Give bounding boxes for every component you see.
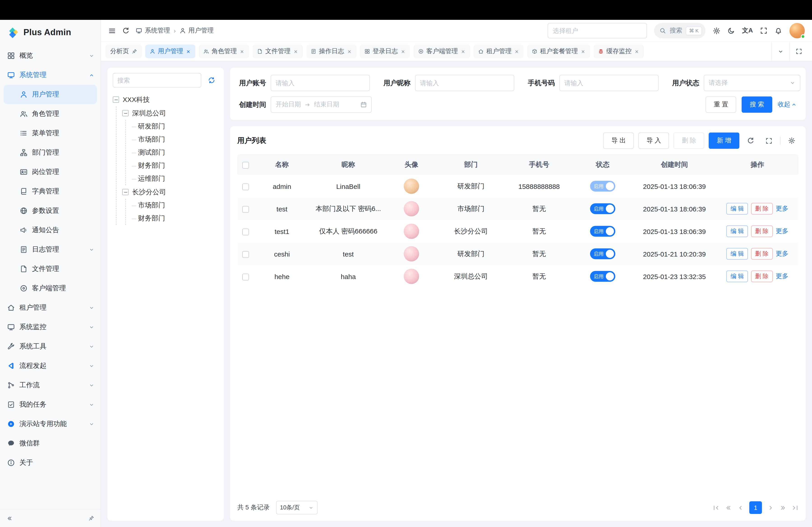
row-checkbox[interactable] bbox=[242, 274, 249, 281]
page-size-select[interactable]: 10条/页 bbox=[276, 501, 317, 514]
tab-op-log[interactable]: 操作日志 bbox=[306, 45, 357, 58]
sidebar-item-notice[interactable]: 通知公告 bbox=[0, 221, 101, 240]
more-button[interactable]: 更多 bbox=[776, 272, 788, 281]
account-input[interactable] bbox=[271, 75, 370, 91]
add-user-button[interactable]: 新 增 bbox=[709, 133, 739, 149]
tab-cache-monitor[interactable]: 缓存监控 bbox=[594, 45, 644, 58]
sidebar-item-user-mgmt[interactable]: 用户管理 bbox=[4, 85, 97, 104]
breadcrumb-user-mgmt[interactable]: 用户管理 bbox=[179, 27, 214, 35]
sidebar-item-client-mgmt[interactable]: 客户端管理 bbox=[0, 278, 101, 298]
tab-file-mgmt[interactable]: 文件管理 bbox=[252, 45, 303, 58]
tab-analysis[interactable]: 分析页 bbox=[105, 45, 142, 58]
close-icon[interactable] bbox=[401, 49, 406, 54]
row-checkbox[interactable] bbox=[242, 206, 249, 213]
close-icon[interactable] bbox=[186, 49, 191, 54]
collapse-filters-link[interactable]: 收起 bbox=[778, 101, 797, 109]
close-icon[interactable] bbox=[514, 49, 519, 54]
edit-button[interactable]: 编 辑 bbox=[726, 225, 748, 237]
close-icon[interactable] bbox=[240, 49, 245, 54]
sidebar-item-file-mgmt[interactable]: 文件管理 bbox=[0, 259, 101, 278]
prev-page-button[interactable] bbox=[737, 504, 744, 511]
tree-node-leaf[interactable]: 财务部门 bbox=[132, 159, 218, 172]
close-icon[interactable] bbox=[347, 49, 352, 54]
status-toggle[interactable]: 启用 bbox=[590, 181, 615, 192]
sidebar-item-param-settings[interactable]: 参数设置 bbox=[0, 201, 101, 221]
next-page-button[interactable] bbox=[767, 504, 774, 511]
table-refresh-button[interactable] bbox=[744, 134, 757, 147]
phone-input[interactable] bbox=[560, 75, 658, 91]
sidebar-item-workflow[interactable]: 工作流 bbox=[0, 376, 101, 395]
column-settings-button[interactable] bbox=[785, 134, 798, 147]
collapse-toggle-icon[interactable] bbox=[113, 96, 119, 103]
edit-button[interactable]: 编 辑 bbox=[726, 270, 748, 282]
refresh-page-button[interactable] bbox=[122, 27, 129, 34]
delete-button[interactable]: 删 除 bbox=[751, 248, 772, 260]
first-page-button[interactable] bbox=[713, 504, 720, 511]
close-icon[interactable] bbox=[461, 49, 466, 54]
prev-jump-button[interactable] bbox=[725, 504, 732, 511]
status-toggle[interactable]: 启用 bbox=[590, 226, 615, 237]
more-button[interactable]: 更多 bbox=[776, 250, 788, 258]
search-button[interactable]: 搜 索 bbox=[742, 96, 772, 113]
sidebar-item-process-start[interactable]: 流程发起 bbox=[0, 356, 101, 376]
date-range-picker[interactable]: 开始日期 结束日期 bbox=[271, 96, 372, 113]
language-button[interactable]: 文A bbox=[742, 27, 753, 35]
global-search[interactable]: 搜索 ⌘ K bbox=[654, 23, 706, 38]
tree-node-branch[interactable]: 深圳总公司 bbox=[122, 106, 218, 120]
close-icon[interactable] bbox=[634, 49, 639, 54]
sidebar-item-overview[interactable]: 概览 bbox=[0, 46, 101, 65]
row-checkbox[interactable] bbox=[242, 183, 249, 190]
tabs-dropdown-button[interactable] bbox=[771, 42, 789, 61]
theme-toggle-button[interactable] bbox=[728, 27, 735, 34]
tab-user-mgmt[interactable]: 用户管理 bbox=[145, 45, 195, 58]
collapse-toggle-icon[interactable] bbox=[122, 110, 129, 116]
status-select[interactable]: 请选择 bbox=[704, 75, 800, 91]
sidebar-collapse-button[interactable] bbox=[6, 515, 13, 521]
import-button[interactable]: 导 入 bbox=[639, 133, 669, 149]
status-toggle[interactable]: 启用 bbox=[590, 249, 615, 259]
delete-button[interactable]: 删 除 bbox=[751, 203, 772, 215]
tenant-select[interactable] bbox=[548, 23, 647, 38]
sidebar-item-demo-features[interactable]: 演示站专用功能 bbox=[0, 414, 101, 434]
sidebar-item-my-tasks[interactable]: 我的任务 bbox=[0, 395, 101, 414]
bulk-delete-button[interactable]: 删 除 bbox=[673, 133, 704, 149]
delete-button[interactable]: 删 除 bbox=[751, 270, 772, 282]
sidebar-item-about[interactable]: 关于 bbox=[0, 453, 101, 472]
user-avatar[interactable] bbox=[789, 23, 805, 38]
delete-button[interactable]: 删 除 bbox=[751, 225, 772, 237]
edit-button[interactable]: 编 辑 bbox=[726, 248, 748, 260]
sidebar-item-sys-tools[interactable]: 系统工具 bbox=[0, 337, 101, 356]
sidebar-item-tenant-mgmt[interactable]: 租户管理 bbox=[0, 298, 101, 317]
close-icon[interactable] bbox=[293, 49, 298, 54]
tab-login-log[interactable]: 登录日志 bbox=[360, 45, 410, 58]
tab-tenant-mgmt[interactable]: 租户管理 bbox=[474, 45, 524, 58]
select-all-checkbox[interactable] bbox=[242, 162, 249, 169]
more-button[interactable]: 更多 bbox=[776, 227, 788, 235]
row-checkbox[interactable] bbox=[242, 251, 249, 258]
more-button[interactable]: 更多 bbox=[776, 205, 788, 213]
tab-role-mgmt[interactable]: 角色管理 bbox=[199, 45, 249, 58]
tree-node-leaf[interactable]: 测试部门 bbox=[132, 146, 218, 159]
sidebar-item-role-mgmt[interactable]: 角色管理 bbox=[0, 104, 101, 123]
sidebar-pin-button[interactable] bbox=[88, 515, 94, 521]
menu-toggle-button[interactable] bbox=[108, 27, 116, 34]
sidebar-item-dept-mgmt[interactable]: 部门管理 bbox=[0, 143, 101, 162]
tab-tenant-plan-mgmt[interactable]: 租户套餐管理 bbox=[527, 45, 590, 58]
sidebar-item-log-mgmt[interactable]: 日志管理 bbox=[0, 240, 101, 259]
reset-button[interactable]: 重 置 bbox=[706, 96, 736, 113]
status-toggle[interactable]: 启用 bbox=[590, 203, 615, 214]
dept-refresh-button[interactable] bbox=[205, 74, 218, 87]
close-icon[interactable] bbox=[581, 49, 585, 54]
fullscreen-button[interactable] bbox=[760, 27, 767, 34]
tenant-input[interactable] bbox=[548, 23, 647, 38]
next-jump-button[interactable] bbox=[780, 504, 786, 511]
status-toggle[interactable]: 启用 bbox=[590, 271, 615, 282]
pin-icon[interactable] bbox=[132, 49, 137, 54]
notifications-button[interactable] bbox=[774, 27, 782, 34]
tab-client-mgmt[interactable]: 客户端管理 bbox=[414, 45, 470, 58]
breadcrumb-system-mgmt[interactable]: 系统管理 bbox=[136, 27, 170, 35]
collapse-toggle-icon[interactable] bbox=[122, 189, 129, 195]
content-fullscreen-button[interactable] bbox=[789, 42, 808, 61]
edit-button[interactable]: 编 辑 bbox=[726, 203, 748, 215]
sidebar-item-menu-mgmt[interactable]: 菜单管理 bbox=[0, 123, 101, 143]
